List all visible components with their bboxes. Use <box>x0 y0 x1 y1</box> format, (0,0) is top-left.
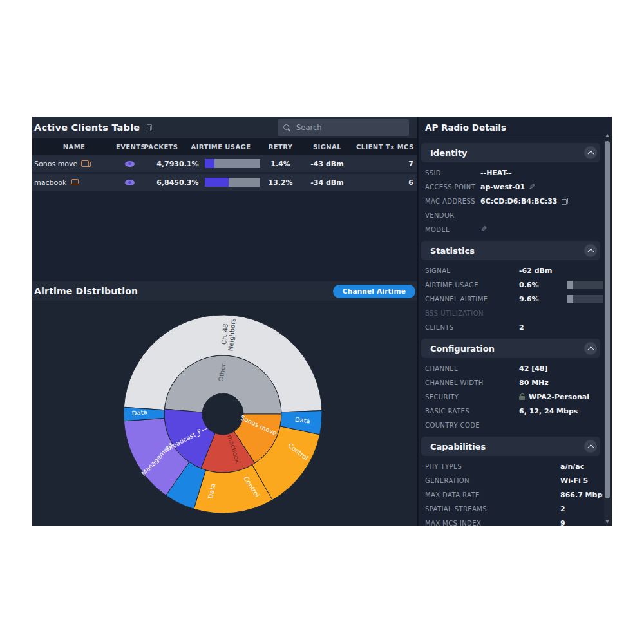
detail-label: SSID <box>425 169 441 176</box>
active-clients-header-bar: Active Clients Table <box>32 117 417 138</box>
column-header-packets[interactable]: PACKETS <box>143 144 179 151</box>
detail-row: AIRTIME USAGE0.6% <box>419 278 603 292</box>
client-name: macbook <box>34 178 66 187</box>
detail-row: MAX MCS INDEX9 <box>419 516 603 526</box>
detail-label: BASIC RATES <box>425 408 469 415</box>
detail-value-text: 2 <box>519 323 524 332</box>
section-header-statistics[interactable]: Statistics <box>421 241 600 260</box>
scrollbar-thumb[interactable] <box>605 141 610 498</box>
sunburst-chart: OtherSonos movemacbookBroadcast_F—Ch. 48… <box>32 301 417 526</box>
detail-label: CLIENTS <box>425 324 454 331</box>
detail-value: 9 <box>560 519 565 526</box>
airtime-bar-fill <box>205 178 229 187</box>
section-header-identity[interactable]: Identity <box>421 143 600 162</box>
detail-value: 866.7 Mbps <box>560 491 603 499</box>
detail-value: 6, 12, 24 Mbps <box>519 407 578 415</box>
detail-value: WPA2-Personal <box>519 393 589 401</box>
detail-value-text: 0.6% <box>519 281 539 289</box>
detail-row: CHANNEL42 [48] <box>419 361 603 375</box>
detail-row: SSID--HEAT-- <box>419 166 603 180</box>
scroll-up-icon[interactable]: ▲ <box>604 132 611 138</box>
copy-icon[interactable] <box>562 198 567 204</box>
detail-label: CHANNEL <box>425 365 458 372</box>
pencil-icon[interactable]: ✎ <box>529 183 535 191</box>
detail-label: ACCESS POINT <box>425 184 475 191</box>
column-header-events[interactable]: EVENTS <box>116 144 143 151</box>
section-title: Identity <box>430 148 468 158</box>
detail-label: MAX DATA RATE <box>425 491 480 498</box>
detail-row: MAX DATA RATE866.7 Mbps <box>419 488 603 502</box>
detail-value: --HEAT-- <box>480 169 512 177</box>
laptop-icon <box>70 179 80 186</box>
stat-bar-fill <box>567 281 573 289</box>
column-header-name[interactable]: NAME <box>32 144 116 151</box>
detail-row: VENDOR <box>419 208 603 222</box>
detail-value-text: 9 <box>560 519 565 526</box>
packets-cell: 4,793 <box>143 160 179 168</box>
left-section: Active Clients Table NAMEEVENTSPACKETSAI… <box>32 117 417 526</box>
detail-label: COUNTRY CODE <box>425 422 480 429</box>
airtime-percent: 0.3% <box>179 178 196 187</box>
chevron-up-icon <box>587 248 594 254</box>
channel-airtime-button[interactable]: Channel Airtime <box>333 285 415 298</box>
chevron-up-icon <box>587 346 594 352</box>
events-cell <box>116 180 143 185</box>
column-header-retry[interactable]: RETRY <box>263 144 298 151</box>
client-rows: Sonos move4,7930.1%1.4%-43 dBm7macbook6,… <box>32 155 417 193</box>
detail-label: SPATIAL STREAMS <box>425 506 487 513</box>
copy-icon[interactable] <box>146 124 151 131</box>
detail-value-text: 42 [48] <box>519 365 548 373</box>
sunburst-label: Data <box>131 408 147 417</box>
airtime-header-bar: Airtime Distribution Channel Airtime <box>32 281 417 301</box>
ap-radio-details-panel: AP Radio Details IdentitySSID--HEAT--ACC… <box>419 117 612 526</box>
column-header-client-tx-mcs[interactable]: CLIENT Tx MCS <box>356 144 418 151</box>
eye-icon[interactable] <box>125 180 135 185</box>
section-header-capabilities[interactable]: Capabilities <box>421 437 600 456</box>
table-column-header: NAMEEVENTSPACKETSAIRTIME USAGERETRYSIGNA… <box>32 138 417 155</box>
signal-cell: -34 dBm <box>298 178 356 187</box>
ap-details-body: IdentitySSID--HEAT--ACCESS POINTap-west-… <box>419 138 603 526</box>
detail-value-text: -62 dBm <box>519 267 552 275</box>
detail-label: CHANNEL WIDTH <box>425 379 484 386</box>
detail-label: AIRTIME USAGE <box>425 281 478 289</box>
detail-value-text: ap-west-01 <box>480 183 525 191</box>
column-header-signal[interactable]: SIGNAL <box>298 144 356 151</box>
scrollbar[interactable]: ▲ ▼ <box>604 140 611 524</box>
scroll-down-icon[interactable]: ▼ <box>604 518 611 525</box>
detail-value-text: 866.7 Mbps <box>560 491 603 499</box>
detail-row: BASIC RATES6, 12, 24 Mbps <box>419 404 603 418</box>
packets-cell: 6,845 <box>143 178 179 187</box>
active-clients-title: Active Clients Table <box>34 122 140 133</box>
client-name: Sonos move <box>34 160 77 168</box>
detail-value-text: 6, 12, 24 Mbps <box>519 407 578 415</box>
detail-value: 9.6% <box>519 295 539 303</box>
detail-label: GENERATION <box>425 477 469 484</box>
collapse-button[interactable] <box>584 440 597 453</box>
pencil-icon[interactable]: ✎ <box>480 225 487 233</box>
table-row[interactable]: macbook6,8450.3%13.2%-34 dBm6 <box>32 174 417 191</box>
detail-value: 6C:CD:D6:B4:BC:33 <box>480 197 567 205</box>
detail-row: BSS UTILIZATION <box>419 306 603 320</box>
search-box[interactable] <box>278 119 409 136</box>
collapse-button[interactable] <box>584 244 597 257</box>
detail-value: ✎ <box>480 225 487 233</box>
detail-value: -62 dBm <box>519 267 552 275</box>
detail-value: 80 MHz <box>519 379 549 387</box>
chevron-up-icon <box>587 444 594 450</box>
search-input[interactable] <box>295 122 404 133</box>
detail-row: SPATIAL STREAMS2 <box>419 502 603 516</box>
collapse-button[interactable] <box>584 342 597 355</box>
detail-value: Wi-Fi 5 <box>560 477 588 485</box>
collapse-button[interactable] <box>584 146 597 159</box>
detail-value-text: WPA2-Personal <box>529 393 589 401</box>
section-title: Configuration <box>430 344 495 354</box>
column-header-airtime-usage[interactable]: AIRTIME USAGE <box>179 144 263 151</box>
eye-icon[interactable] <box>125 161 135 167</box>
detail-row: PHY TYPESa/n/ac <box>419 459 603 473</box>
section-title: Statistics <box>430 246 475 256</box>
table-row[interactable]: Sonos move4,7930.1%1.4%-43 dBm7 <box>32 155 417 172</box>
section-header-configuration[interactable]: Configuration <box>421 339 600 358</box>
detail-label: MAX MCS INDEX <box>425 520 481 526</box>
detail-row: CHANNEL AIRTIME9.6% <box>419 292 603 306</box>
lock-icon <box>519 393 525 400</box>
